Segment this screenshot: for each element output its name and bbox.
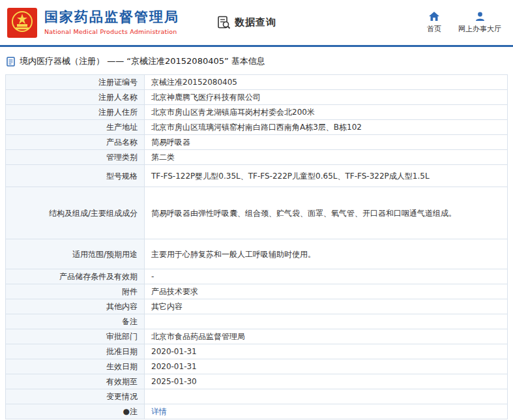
row-label: 型号规格 — [6, 165, 145, 187]
row-label: 备注 — [6, 314, 145, 329]
nav-service-hall[interactable]: 网上办事大厅 — [458, 11, 501, 34]
row-value: 北京市房山区琉璃河镇窑村南白路口西南角A栋3层、B栋102 — [145, 120, 508, 135]
row-value: - — [145, 269, 508, 284]
page-title: 境内医疗器械（注册） —— “京械注准20152080405” 基本信息 — [20, 55, 265, 67]
table-row: 批准日期2020-01-31 — [6, 344, 508, 359]
table-row: 备注 — [6, 314, 508, 329]
row-label: 附件 — [6, 284, 145, 299]
site-header: 国家药品监督管理局 National Medical Products Admi… — [0, 0, 513, 45]
table-row: 有效期至2025-01-30 — [6, 374, 508, 389]
table-row: 附件产品技术要求 — [6, 284, 508, 299]
document-icon — [7, 57, 16, 67]
table-row: 注册人住所北京市房山区青龙湖镇庙耳岗村村委会北200米 — [6, 105, 508, 120]
row-value: 北京神鹿腾飞医疗科技有限公司 — [145, 90, 508, 105]
info-table-body: 注册证编号京械注准20152080405注册人名称北京神鹿腾飞医疗科技有限公司注… — [6, 75, 508, 419]
data-query-label: 数据查询 — [235, 16, 276, 29]
nav-service-hall-label: 网上办事大厅 — [458, 24, 501, 34]
row-value: 简易呼吸器由弹性呼吸囊、组合颈、贮气袋、面罩、氧气管、开口器和口咽通气道组成。 — [145, 187, 508, 239]
row-value: 北京市房山区青龙湖镇庙耳岗村村委会北200米 — [145, 105, 508, 120]
person-icon — [475, 11, 485, 22]
row-label: 注册证编号 — [6, 75, 145, 90]
info-table: 注册证编号京械注准20152080405注册人名称北京神鹿腾飞医疗科技有限公司注… — [5, 74, 508, 419]
row-label: 产品名称 — [6, 135, 145, 150]
row-value: 简易呼吸器 — [145, 135, 508, 150]
row-label: 适用范围/预期用途 — [6, 239, 145, 269]
row-label: 生产地址 — [6, 120, 145, 135]
row-label: 审批部门 — [6, 329, 145, 344]
table-row: 产品储存条件及有效期- — [6, 269, 508, 284]
table-row: 变更情况 — [6, 389, 508, 404]
row-value: 2020-01-31 — [145, 344, 508, 359]
row-label: 注册人名称 — [6, 90, 145, 105]
nav-home[interactable]: 首页 — [427, 11, 441, 34]
table-row: 生效日期2020-01-31 — [6, 359, 508, 374]
agency-title-en: National Medical Products Administration — [44, 28, 179, 35]
row-value: 第二类 — [145, 150, 508, 165]
home-icon — [429, 11, 439, 22]
row-value: 主要用于心肺复苏和一般人工呼吸辅助时使用。 — [145, 239, 508, 269]
row-value — [145, 314, 508, 329]
row-label: 注册人住所 — [6, 105, 145, 120]
row-label: 生效日期 — [6, 359, 145, 374]
table-row: 管理类别第二类 — [6, 150, 508, 165]
top-links: 首页 网上办事大厅 — [427, 11, 501, 34]
brand: 国家药品监督管理局 National Medical Products Admi… — [7, 7, 179, 38]
national-emblem-logo — [7, 7, 38, 38]
row-label: 批准日期 — [6, 344, 145, 359]
row-value: 京械注准20152080405 — [145, 75, 508, 90]
detail-link[interactable]: 详情 — [151, 407, 167, 416]
row-value: 2025-01-30 — [145, 374, 508, 389]
row-label: 变更情况 — [6, 389, 145, 404]
data-query-icon — [217, 16, 231, 29]
nav-data-query[interactable]: 数据查询 — [217, 16, 276, 29]
table-row: 型号规格TF-FS-122P婴儿型0.35L、TF-FS-222P儿童型0.65… — [6, 165, 508, 187]
row-label: 管理类别 — [6, 150, 145, 165]
row-value: 2020-01-31 — [145, 359, 508, 374]
row-value: TF-FS-122P婴儿型0.35L、TF-FS-222P儿童型0.65L、TF… — [145, 165, 508, 187]
row-value: 详情 — [145, 404, 508, 419]
brand-text: 国家药品监督管理局 National Medical Products Admi… — [44, 10, 179, 35]
table-row: 产品名称简易呼吸器 — [6, 135, 508, 150]
table-row: 其他内容其它内容 — [6, 299, 508, 314]
row-label: 其他内容 — [6, 299, 145, 314]
table-row: 生产地址北京市房山区琉璃河镇窑村南白路口西南角A栋3层、B栋102 — [6, 120, 508, 135]
row-label: 有效期至 — [6, 374, 145, 389]
row-label: ●注 — [6, 404, 145, 419]
table-row: 审批部门北京市食品药品监督管理局 — [6, 329, 508, 344]
row-label: 结构及组成/主要组成成分 — [6, 187, 145, 239]
main-content: 境内医疗器械（注册） —— “京械注准20152080405” 基本信息 注册证… — [0, 47, 513, 419]
row-value: 产品技术要求 — [145, 284, 508, 299]
table-row: 适用范围/预期用途主要用于心肺复苏和一般人工呼吸辅助时使用。 — [6, 239, 508, 269]
table-row: 注册证编号京械注准20152080405 — [6, 75, 508, 90]
agency-title-cn: 国家药品监督管理局 — [44, 10, 179, 25]
table-row: 结构及组成/主要组成成分简易呼吸器由弹性呼吸囊、组合颈、贮气袋、面罩、氧气管、开… — [6, 187, 508, 239]
table-row: 注册人名称北京神鹿腾飞医疗科技有限公司 — [6, 90, 508, 105]
row-label: 产品储存条件及有效期 — [6, 269, 145, 284]
row-value — [145, 389, 508, 404]
nav-home-label: 首页 — [427, 24, 441, 34]
breadcrumb: 境内医疗器械（注册） —— “京械注准20152080405” 基本信息 — [5, 47, 508, 74]
table-row: ●注详情 — [6, 404, 508, 419]
row-value: 北京市食品药品监督管理局 — [145, 329, 508, 344]
row-value: 其它内容 — [145, 299, 508, 314]
